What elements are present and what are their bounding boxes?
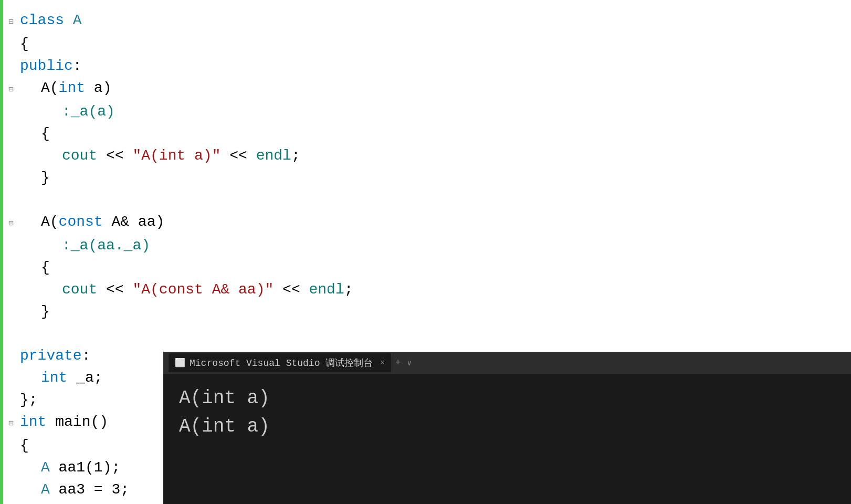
code-line: { bbox=[8, 257, 846, 279]
code-token: << bbox=[97, 148, 132, 164]
code-token: :_a(aa._a) bbox=[62, 237, 150, 254]
fold-button[interactable]: ⊟ bbox=[8, 413, 20, 435]
line-content: cout << "A(const A& aa)" << endl; bbox=[20, 279, 353, 301]
line-content: int main() bbox=[20, 411, 108, 433]
line-content: :_a(aa._a) bbox=[20, 235, 150, 257]
line-content: class A bbox=[20, 9, 82, 32]
code-token: aa1(1); bbox=[50, 459, 120, 476]
code-token: A( bbox=[41, 80, 59, 96]
fold-button[interactable]: ⊟ bbox=[8, 79, 20, 101]
code-token: class bbox=[20, 12, 73, 28]
line-content: A aa3 = 3; bbox=[20, 479, 129, 501]
line-content: } bbox=[20, 301, 50, 323]
line-content: private: bbox=[20, 345, 90, 367]
code-token: A bbox=[73, 12, 82, 28]
terminal-tab-label: Microsoft Visual Studio 调试控制台 bbox=[190, 356, 373, 369]
code-line bbox=[8, 323, 846, 345]
code-token: A bbox=[41, 481, 50, 498]
code-line: :_a(a) bbox=[8, 101, 846, 123]
code-token: } bbox=[41, 303, 50, 320]
line-content: } bbox=[20, 167, 50, 189]
fold-button[interactable]: ⊟ bbox=[8, 11, 20, 33]
code-line: } bbox=[8, 167, 846, 189]
line-content: { bbox=[20, 123, 50, 145]
code-line: { bbox=[8, 123, 846, 145]
terminal-body: A(int a)A(int a) bbox=[163, 374, 851, 452]
code-token: }; bbox=[20, 392, 38, 408]
code-token: :_a(a) bbox=[62, 103, 115, 120]
code-token: { bbox=[20, 437, 29, 454]
code-token: ; bbox=[291, 148, 300, 164]
fold-button[interactable]: ⊟ bbox=[8, 213, 20, 235]
terminal-line: A(int a) bbox=[179, 413, 835, 441]
code-token: endl bbox=[309, 281, 344, 298]
code-token: << bbox=[274, 281, 309, 298]
line-content: A aa1(1); bbox=[20, 457, 120, 479]
code-line: cout << "A(const A& aa)" << endl; bbox=[8, 279, 846, 301]
line-content: cout << "A(int a)" << endl; bbox=[20, 145, 300, 167]
code-line: ⊟class A bbox=[8, 9, 846, 33]
code-token: ; bbox=[344, 281, 353, 298]
code-token: A& aa) bbox=[103, 214, 165, 230]
line-content: :_a(a) bbox=[20, 101, 115, 123]
line-content: A(int a) bbox=[20, 77, 111, 99]
code-token: { bbox=[41, 125, 50, 142]
code-line bbox=[8, 189, 846, 211]
terminal-chevron[interactable]: ∨ bbox=[405, 359, 413, 368]
code-token: "A(int a)" bbox=[132, 148, 220, 164]
code-token: A( bbox=[41, 214, 59, 230]
code-token: cout bbox=[62, 148, 97, 164]
code-token: { bbox=[20, 36, 29, 52]
code-token: int bbox=[20, 414, 46, 430]
code-token: { bbox=[41, 259, 50, 276]
code-token: << bbox=[220, 148, 256, 164]
code-token: A bbox=[41, 459, 50, 476]
terminal-overlay: ⬜ Microsoft Visual Studio 调试控制台 × + ∨ A(… bbox=[163, 352, 851, 504]
code-token: << bbox=[97, 281, 132, 298]
code-token: : bbox=[73, 58, 82, 74]
terminal-line: A(int a) bbox=[179, 384, 835, 413]
line-content: { bbox=[20, 33, 29, 55]
code-token: main() bbox=[46, 414, 108, 430]
code-line: :_a(aa._a) bbox=[8, 235, 846, 257]
code-token: : bbox=[82, 348, 91, 364]
code-line: ⊟A(int a) bbox=[8, 77, 846, 101]
line-content: int _a; bbox=[20, 367, 103, 389]
left-bar bbox=[0, 0, 3, 504]
terminal-tab-close[interactable]: × bbox=[380, 359, 384, 367]
code-line: public: bbox=[8, 55, 846, 77]
code-token: aa3 = 3; bbox=[50, 481, 129, 498]
terminal-tab[interactable]: ⬜ Microsoft Visual Studio 调试控制台 × bbox=[169, 353, 391, 372]
code-token: } bbox=[41, 170, 50, 186]
line-content: }; bbox=[20, 389, 38, 411]
code-token: a) bbox=[85, 80, 111, 96]
code-line: cout << "A(int a)" << endl; bbox=[8, 145, 846, 167]
line-content: { bbox=[20, 435, 29, 457]
line-content: { bbox=[20, 257, 50, 279]
code-token: private bbox=[20, 348, 82, 364]
code-token: public bbox=[20, 58, 73, 74]
code-token: "A(const A& aa)" bbox=[132, 281, 274, 298]
terminal-add-button[interactable]: + bbox=[391, 358, 405, 368]
terminal-tab-icon: ⬜ bbox=[175, 358, 185, 368]
code-line: { bbox=[8, 33, 846, 55]
code-token: endl bbox=[256, 148, 291, 164]
line-content: public: bbox=[20, 55, 82, 77]
terminal-tab-bar: ⬜ Microsoft Visual Studio 调试控制台 × + ∨ bbox=[163, 352, 851, 374]
code-token: const bbox=[59, 214, 103, 230]
code-token: int bbox=[41, 370, 67, 386]
line-content: A(const A& aa) bbox=[20, 211, 164, 233]
code-editor: ⊟class A{public:⊟A(int a):_a(a){cout << … bbox=[0, 0, 851, 504]
code-token: cout bbox=[62, 281, 97, 298]
code-token: _a; bbox=[67, 370, 102, 386]
code-token: int bbox=[59, 80, 85, 96]
code-line: } bbox=[8, 301, 846, 323]
code-line: ⊟A(const A& aa) bbox=[8, 211, 846, 235]
